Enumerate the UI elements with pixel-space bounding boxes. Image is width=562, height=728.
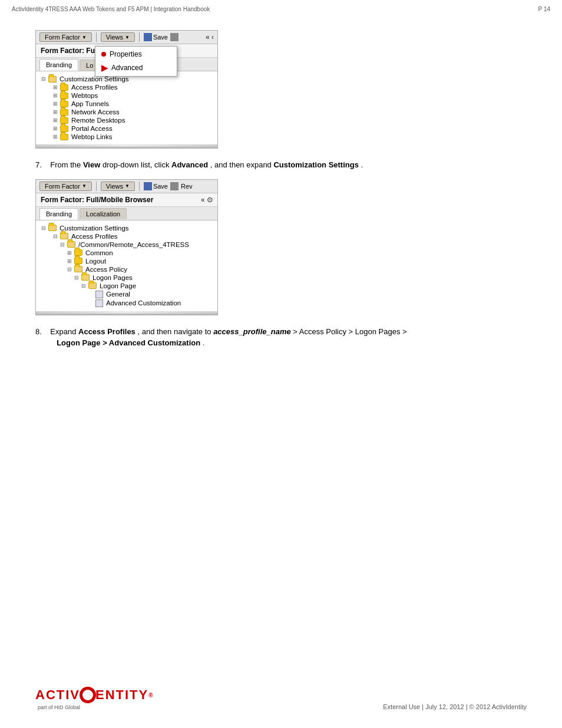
tree-network-access[interactable]: ⊞ Network Access <box>36 108 217 116</box>
tab-branding[interactable]: Branding <box>39 59 78 71</box>
folder-logout <box>74 258 82 264</box>
screenshot-1: Form Factor ▼ Views ▼ Save « ‹ Form Fact… <box>35 30 218 149</box>
toolbar-separator-1 <box>96 32 97 42</box>
expand-icon-6: ⊞ <box>52 126 58 131</box>
step-8-text-3: > Access Policy > Logon Pages > <box>293 327 406 336</box>
tree-app-tunnels[interactable]: ⊞ App Tunnels <box>36 100 217 108</box>
logo-circle <box>80 687 96 703</box>
ff-controls: « ⊙ <box>201 196 213 204</box>
tree-webtop-links[interactable]: ⊞ Webtop Links <box>36 133 217 141</box>
folder-access-profiles <box>60 233 68 239</box>
ff-header-2: Form Factor: Full/Mobile Browser « ⊙ <box>36 193 217 207</box>
grid-icon-advcust <box>95 299 103 307</box>
toolbar-sep-3 <box>96 182 97 191</box>
tree-item-label: Access Profiles <box>71 84 118 91</box>
collapse-icon-5: ⊟ <box>67 266 72 272</box>
tree-access-profiles-2[interactable]: ⊟ Access Profiles <box>36 232 217 241</box>
tree-access-profiles[interactable]: ⊞ Access Profiles <box>36 83 217 91</box>
form-factor-label-2: Form Factor <box>45 183 80 190</box>
toolbar-1: Form Factor ▼ Views ▼ Save « ‹ <box>36 31 217 44</box>
form-factor-label: Form Factor <box>45 34 80 41</box>
collapse-icon-7: ⊟ <box>81 283 87 289</box>
form-factor-button[interactable]: Form Factor ▼ <box>39 32 92 42</box>
folder-access-policy <box>74 266 82 272</box>
views-label: Views <box>106 34 123 41</box>
folder-icon-1 <box>60 84 68 91</box>
toolbar-2: Form Factor ▼ Views ▼ Save Rev <box>36 180 217 193</box>
step-7-bold-customization: Customization Settings <box>273 160 358 169</box>
folder-icon-4 <box>60 109 68 116</box>
save-button[interactable]: Save <box>144 33 168 41</box>
arrow-right-icon: ▶ <box>101 63 108 73</box>
tab-branding-2[interactable]: Branding <box>39 208 78 220</box>
save-label: Save <box>153 34 168 41</box>
tree-item-label-3: App Tunnels <box>71 100 109 107</box>
tree-logon-page[interactable]: ⊟ Logon Page <box>36 282 217 290</box>
properties-menu-item[interactable]: Properties <box>95 48 177 61</box>
ff-header-text: Form Factor: Fu <box>41 47 95 55</box>
step-8-text-1: Expand <box>50 327 78 336</box>
expand-icon-advcust <box>88 300 94 306</box>
tab-localization[interactable]: Localization <box>80 208 127 219</box>
tree-access-profiles-label: Access Profiles <box>71 233 118 240</box>
tree-item-label-7: Webtop Links <box>71 133 112 140</box>
tree-logon-pages-label: Logon Pages <box>92 274 133 281</box>
logo-circle-inner <box>82 690 93 700</box>
expand-icon-general <box>88 291 94 297</box>
step-7-bold-view: View <box>83 160 100 169</box>
properties-label: Properties <box>110 50 142 58</box>
views-button[interactable]: Views ▼ <box>101 32 135 42</box>
form-factor-arrow-icon-2: ▼ <box>82 183 87 189</box>
expand-icon-logout: ⊞ <box>67 258 72 264</box>
tree-webtops[interactable]: ⊞ Webtops <box>36 91 217 100</box>
expand-icon-common: ⊞ <box>67 250 72 256</box>
grid-icon-general <box>95 291 103 298</box>
tree-logout[interactable]: ⊞ Logout <box>36 257 217 265</box>
collapse-icon-2: ⊟ <box>41 225 47 231</box>
expand-icon-2: ⊞ <box>52 93 58 98</box>
page-header: ActivIdentity 4TRESS AAA Web Tokens and … <box>0 0 562 18</box>
overflow-icon[interactable]: « ‹ <box>206 33 214 41</box>
tree-item-label-4: Network Access <box>71 108 120 116</box>
tree-remote-access[interactable]: ⊟ /Common/Remote_Access_4TRESS <box>36 241 217 249</box>
collapse-icon: ⊟ <box>41 76 47 82</box>
rev-label: Rev <box>181 183 193 190</box>
expand-icon-1: ⊞ <box>52 84 58 90</box>
step-8-bold-access-profiles: Access Profiles <box>78 327 135 336</box>
views-arrow-icon: ▼ <box>125 35 130 40</box>
tree-portal-access[interactable]: ⊞ Portal Access <box>36 124 217 133</box>
tree-common[interactable]: ⊞ Common <box>36 249 217 257</box>
toolbar-separator-2 <box>139 32 140 42</box>
step-8-number: 8. <box>35 327 48 336</box>
tree-advanced-customization-label: Advanced Customization <box>106 299 181 307</box>
tree-logout-label: Logout <box>85 258 106 265</box>
tree-item-label-2: Webtops <box>71 92 98 99</box>
tree-access-policy[interactable]: ⊟ Access Policy <box>36 265 217 274</box>
dropdown-menu[interactable]: Properties ▶ Advanced <box>95 46 177 77</box>
tree-common-label: Common <box>85 249 113 256</box>
advanced-menu-item[interactable]: ▶ Advanced <box>95 61 177 75</box>
views-arrow-icon-2: ▼ <box>125 183 130 189</box>
page-number: P 14 <box>538 6 550 12</box>
footer-right: External Use | July 12, 2012 | © 2012 Ac… <box>383 703 527 710</box>
form-factor-button-2[interactable]: Form Factor ▼ <box>39 182 92 191</box>
save-icon <box>144 33 152 41</box>
step-7-bold-advanced: Advanced <box>171 160 208 169</box>
tree-logon-pages[interactable]: ⊟ Logon Pages <box>36 274 217 282</box>
tree-remote-desktops[interactable]: ⊞ Remote Desktops <box>36 116 217 124</box>
tree-advanced-customization[interactable]: Advanced Customization <box>36 299 217 308</box>
folder-logon-page <box>88 282 97 289</box>
views-button-2[interactable]: Views ▼ <box>101 182 135 191</box>
tree-root-label-2: Customization Settings <box>59 225 129 232</box>
tree-view-2: ⊟ Customization Settings ⊟ Access Profil… <box>36 220 217 311</box>
step-8: 8. Expand Access Profiles , and then nav… <box>35 326 527 349</box>
logo-text-1: ACTIV <box>35 687 80 703</box>
save-icon-2 <box>144 182 152 190</box>
tree-general[interactable]: General <box>36 290 217 299</box>
step-7: 7. From the View drop-down list, click A… <box>35 159 527 171</box>
folder-common <box>74 249 82 256</box>
step-8-italic-profile: access_profile_name <box>213 327 291 336</box>
folder-logon-pages <box>81 274 90 281</box>
save-button-2[interactable]: Save <box>144 182 168 190</box>
folder-icon-7 <box>60 134 68 140</box>
